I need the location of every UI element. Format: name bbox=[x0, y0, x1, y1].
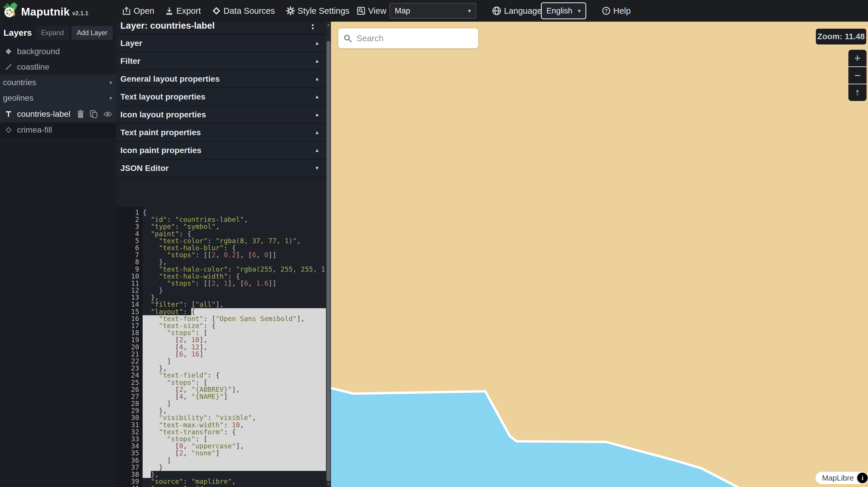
duplicate-icon[interactable] bbox=[90, 110, 97, 118]
code-line-8[interactable]: }, bbox=[143, 258, 326, 265]
layer-editor-panel: Layer: countries-label Layer▲Filter▲Gene… bbox=[116, 22, 326, 487]
scroll-down-icon[interactable]: ▼ bbox=[326, 482, 331, 486]
language-select[interactable]: English ▾ bbox=[541, 2, 586, 19]
section-layer[interactable]: Layer▲ bbox=[116, 35, 326, 53]
code-line-32[interactable]: "text-transform": { bbox=[143, 428, 326, 435]
code-line-10[interactable]: "text-halo-width": { bbox=[143, 273, 326, 280]
layer-item-countries-label[interactable]: countries-label bbox=[0, 106, 116, 122]
section-icon-layout-properties[interactable]: Icon layout properties▲ bbox=[116, 106, 326, 124]
layer-group-countries[interactable]: countries▾ bbox=[0, 75, 116, 91]
section-text-paint-properties[interactable]: Text paint properties▲ bbox=[116, 124, 326, 142]
editor-scrollbar-thumb[interactable] bbox=[327, 41, 330, 481]
section-label: Icon layout properties bbox=[120, 110, 206, 120]
section-text-layout-properties[interactable]: Text layout properties▲ bbox=[116, 88, 326, 106]
code-line-19[interactable]: [2, 10], bbox=[143, 336, 326, 343]
help-button[interactable]: ? Help bbox=[602, 0, 631, 22]
add-layer-button[interactable]: Add Layer bbox=[71, 26, 113, 40]
code-line-4[interactable]: "paint": { bbox=[143, 230, 326, 237]
code-line-6[interactable]: "text-halo-blur": { bbox=[143, 245, 326, 251]
pitch-down-icon: ▼ bbox=[855, 93, 860, 97]
code-line-3[interactable]: "type": "symbol", bbox=[143, 223, 326, 230]
chevron-down-icon: ▾ bbox=[578, 7, 581, 14]
caret-down-icon: ▼ bbox=[314, 165, 319, 171]
section-general-layout-properties[interactable]: General layout properties▲ bbox=[116, 70, 326, 88]
view-mode-select[interactable]: Map ▾ bbox=[390, 3, 476, 19]
info-icon[interactable]: i bbox=[857, 473, 868, 483]
code-line-9[interactable]: "text-halo-color": "rgba(255, 255, 255, … bbox=[143, 266, 326, 273]
section-json-editor[interactable]: JSON Editor▼ bbox=[116, 160, 326, 177]
zoom-out-button[interactable]: − bbox=[848, 67, 867, 84]
caret-up-icon: ▲ bbox=[314, 112, 319, 118]
code-line-20[interactable]: [4, 12], bbox=[143, 344, 326, 351]
code-line-23[interactable]: }, bbox=[143, 365, 326, 372]
code-line-22[interactable]: ] bbox=[143, 358, 326, 365]
open-button[interactable]: Open bbox=[122, 0, 154, 22]
layer-group-geolines[interactable]: geolines▾ bbox=[0, 91, 116, 106]
code-line-35[interactable]: [2, "none"] bbox=[143, 450, 326, 457]
code-line-40[interactable]: "maxzoom": 24, bbox=[143, 485, 326, 487]
delete-icon[interactable] bbox=[77, 110, 84, 118]
style-settings-button[interactable]: Style Settings bbox=[286, 0, 349, 22]
code-line-18[interactable]: "stops": [ bbox=[143, 329, 326, 336]
code-line-27[interactable]: [4, "{NAME}"] bbox=[143, 393, 326, 400]
zoom-in-button[interactable]: + bbox=[848, 50, 867, 66]
top-bar: Maputnik v2.1.1 Open Export Data Sources bbox=[0, 0, 868, 22]
code-line-12[interactable]: } bbox=[143, 287, 326, 294]
code-line-38[interactable]: }, bbox=[143, 471, 326, 478]
attribution-link[interactable]: MapLibre bbox=[822, 474, 854, 483]
code-line-11[interactable]: "stops": [[2, 1], [6, 1.6]] bbox=[143, 280, 326, 287]
more-options-icon[interactable] bbox=[312, 23, 314, 31]
open-label: Open bbox=[133, 6, 154, 16]
map-attribution: MapLibre i bbox=[815, 472, 868, 484]
diamond-outline-icon bbox=[4, 126, 13, 134]
code-line-26[interactable]: [2, "{ABBREV}"], bbox=[143, 386, 326, 393]
code-line-31[interactable]: "text-max-width": 10, bbox=[143, 421, 326, 428]
search-input[interactable] bbox=[357, 34, 473, 43]
expand-button[interactable]: Expand bbox=[36, 26, 69, 40]
export-button[interactable]: Export bbox=[165, 0, 201, 22]
code-line-39[interactable]: "source": "maplibre", bbox=[143, 478, 326, 485]
code-line-2[interactable]: "id": "countries-label", bbox=[143, 216, 326, 223]
caret-down-icon[interactable]: ▾ bbox=[109, 79, 112, 86]
app-brand: Maputnik v2.1.1 bbox=[3, 2, 88, 18]
section-filter[interactable]: Filter▲ bbox=[116, 53, 326, 70]
app-version: v2.1.1 bbox=[72, 10, 88, 18]
code-line-1[interactable]: { bbox=[143, 209, 326, 216]
layer-item-background[interactable]: background bbox=[0, 44, 116, 59]
data-sources-button[interactable]: Data Sources bbox=[212, 0, 275, 22]
code-area[interactable]: { "id": "countries-label", "type": "symb… bbox=[143, 207, 326, 487]
code-line-24[interactable]: "text-field": { bbox=[143, 372, 326, 379]
code-line-29[interactable]: }, bbox=[143, 407, 326, 414]
code-line-33[interactable]: "stops": [ bbox=[143, 435, 326, 443]
code-line-25[interactable]: "stops": [ bbox=[143, 379, 326, 386]
section-icon-paint-properties[interactable]: Icon paint properties▲ bbox=[116, 142, 326, 160]
editor-scrollbar[interactable]: ▲ ▼ bbox=[326, 22, 331, 487]
section-label: JSON Editor bbox=[120, 164, 169, 173]
code-line-36[interactable]: ] bbox=[143, 457, 326, 464]
caret-up-icon: ▲ bbox=[314, 58, 319, 64]
code-line-13[interactable]: }, bbox=[143, 294, 326, 301]
map-canvas[interactable]: Zoom: 11.48 + − ▲ ▼ MapLibre i bbox=[331, 22, 868, 487]
layer-item-label: background bbox=[17, 47, 60, 56]
help-icon: ? bbox=[602, 6, 611, 15]
view-label-group: View bbox=[357, 0, 386, 22]
layer-item-coastline[interactable]: coastline bbox=[0, 59, 116, 75]
pitch-toggle-button[interactable]: ▲ ▼ bbox=[848, 84, 867, 101]
code-line-34[interactable]: [0, "uppercase"], bbox=[143, 443, 326, 450]
code-line-5[interactable]: "text-color": "rgba(8, 37, 77, 1)", bbox=[143, 237, 326, 245]
code-line-28[interactable]: ] bbox=[143, 400, 326, 407]
code-line-15[interactable]: "layout": { bbox=[143, 308, 326, 315]
code-line-7[interactable]: "stops": [[2, 0.2], [6, 0]] bbox=[143, 251, 326, 258]
visibility-icon[interactable] bbox=[103, 111, 112, 117]
code-line-21[interactable]: [6, 16] bbox=[143, 351, 326, 358]
code-line-30[interactable]: "visibility": "visible", bbox=[143, 414, 326, 421]
layer-item-label: coastline bbox=[17, 62, 50, 72]
code-line-17[interactable]: "text-size": { bbox=[143, 322, 326, 329]
code-line-14[interactable]: "filter": ["all"], bbox=[143, 301, 326, 308]
layer-item-crimea-fill[interactable]: crimea-fill bbox=[0, 122, 116, 138]
code-line-37[interactable]: } bbox=[143, 464, 326, 471]
map-search-box[interactable] bbox=[338, 28, 478, 48]
scroll-up-icon[interactable]: ▲ bbox=[326, 22, 331, 27]
code-line-16[interactable]: "text-font": ["Open Sans Semibold"], bbox=[143, 315, 326, 322]
caret-down-icon[interactable]: ▾ bbox=[109, 95, 112, 102]
